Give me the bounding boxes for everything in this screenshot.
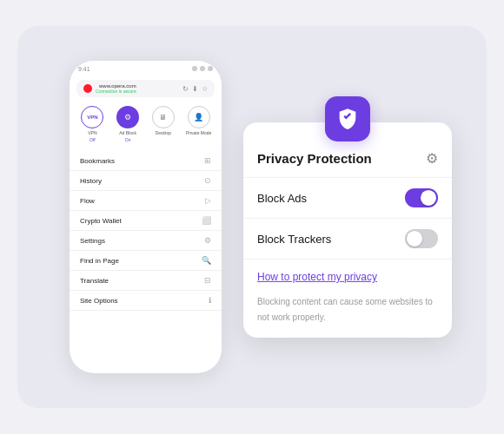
vpn-sublabel: Off bbox=[90, 137, 96, 142]
adblock-label: Ad Block bbox=[119, 130, 136, 135]
address-bar[interactable]: www.opera.com Connection is secure ↻ ⬇ ☆ bbox=[76, 80, 215, 97]
status-icons bbox=[192, 66, 213, 71]
shield-check-icon bbox=[335, 107, 360, 131]
address-bar-icons: ↻ ⬇ ☆ bbox=[182, 85, 208, 93]
menu-item-crypto[interactable]: Crypto Wallet ⬜ bbox=[70, 211, 222, 231]
menu-icon-history: ⊙ bbox=[204, 176, 211, 185]
menu-label-bookmarks: Bookmarks bbox=[80, 157, 115, 165]
desktop-icon-circle: 🖥 bbox=[152, 106, 175, 128]
block-trackers-label: Block Trackers bbox=[257, 232, 331, 245]
battery-icon bbox=[208, 66, 213, 71]
privacy-link[interactable]: How to protect my privacy bbox=[257, 271, 377, 283]
menu-label-find: Find in Page bbox=[80, 257, 119, 265]
menu-icon-find: 🔍 bbox=[202, 256, 211, 265]
private-icon-circle: 👤 bbox=[188, 106, 210, 128]
menu-icon-site-options: ℹ bbox=[209, 296, 211, 305]
menu-icon-translate: ⊟ bbox=[204, 276, 211, 285]
phone-status-bar: 9:41 bbox=[70, 61, 222, 76]
toolbar-adblock[interactable]: ⚙ Ad Block On bbox=[112, 106, 144, 142]
desktop-label: Desktop bbox=[156, 130, 171, 135]
toolbar-private[interactable]: 👤 Private Mode bbox=[182, 106, 215, 142]
gear-icon[interactable]: ⚙ bbox=[426, 150, 438, 167]
privacy-title: Privacy Protection bbox=[257, 151, 372, 166]
block-trackers-toggle[interactable] bbox=[405, 229, 438, 248]
menu-icon-settings: ⚙ bbox=[204, 236, 211, 245]
status-time: 9:41 bbox=[78, 66, 90, 72]
menu-item-history[interactable]: History ⊙ bbox=[70, 171, 222, 191]
download-icon[interactable]: ⬇ bbox=[192, 85, 198, 93]
phone-menu: Bookmarks ⊞ History ⊙ Flow ▷ Crypto Wall… bbox=[70, 148, 222, 373]
privacy-note: Blocking content can cause some websites… bbox=[257, 297, 433, 322]
shield-badge bbox=[325, 96, 370, 141]
adblock-sublabel: On bbox=[125, 137, 131, 142]
menu-label-history: History bbox=[80, 177, 102, 185]
privacy-note-section: Blocking content can cause some websites… bbox=[243, 287, 452, 324]
menu-item-find[interactable]: Find in Page 🔍 bbox=[70, 251, 222, 271]
toggle-row-block-trackers: Block Trackers bbox=[243, 219, 452, 260]
menu-icon-bookmarks: ⊞ bbox=[204, 156, 211, 165]
menu-label-crypto: Crypto Wallet bbox=[80, 217, 122, 225]
adblock-icon-circle: ⚙ bbox=[116, 106, 139, 128]
menu-label-settings: Settings bbox=[80, 237, 105, 245]
menu-icon-flow: ▷ bbox=[205, 196, 211, 205]
toolbar-desktop[interactable]: 🖥 Desktop bbox=[148, 106, 180, 142]
privacy-link-section: How to protect my privacy bbox=[243, 260, 452, 287]
vpn-label: VPN bbox=[88, 130, 96, 135]
phone-mockup: 9:41 www.opera.com Connection is secure … bbox=[70, 61, 222, 373]
vpn-icon-circle: VPN bbox=[81, 106, 103, 128]
star-icon[interactable]: ☆ bbox=[202, 85, 208, 93]
menu-label-translate: Translate bbox=[80, 277, 109, 285]
refresh-icon[interactable]: ↻ bbox=[182, 85, 189, 93]
menu-item-settings[interactable]: Settings ⚙ bbox=[70, 231, 222, 251]
secure-label: Connection is secure bbox=[96, 89, 182, 94]
toggle-thumb-trackers bbox=[407, 231, 422, 247]
menu-item-flow[interactable]: Flow ▷ bbox=[70, 191, 222, 211]
menu-label-flow: Flow bbox=[80, 197, 95, 205]
menu-item-site-options[interactable]: Site Options ℹ bbox=[70, 291, 222, 311]
privacy-card: Privacy Protection ⚙ Block Ads Block Tra… bbox=[243, 122, 452, 338]
phone-toolbar: VPN VPN Off ⚙ Ad Block On 🖥 Desktop bbox=[70, 101, 222, 148]
wifi-icon bbox=[200, 66, 205, 71]
toggle-row-block-ads: Block Ads bbox=[243, 178, 452, 219]
private-label: Private Mode bbox=[186, 130, 211, 135]
menu-item-bookmarks[interactable]: Bookmarks ⊞ bbox=[70, 151, 222, 171]
menu-icon-crypto: ⬜ bbox=[202, 216, 211, 225]
block-ads-label: Block Ads bbox=[257, 191, 307, 204]
signal-icon bbox=[192, 66, 197, 71]
menu-label-site-options: Site Options bbox=[80, 297, 118, 305]
toolbar-vpn[interactable]: VPN VPN Off bbox=[76, 106, 109, 142]
menu-item-translate[interactable]: Translate ⊟ bbox=[70, 271, 222, 291]
main-scene: 9:41 www.opera.com Connection is secure … bbox=[17, 26, 487, 408]
block-ads-toggle[interactable] bbox=[405, 188, 438, 207]
toggle-thumb-ads bbox=[421, 190, 436, 206]
opera-logo bbox=[83, 84, 92, 93]
